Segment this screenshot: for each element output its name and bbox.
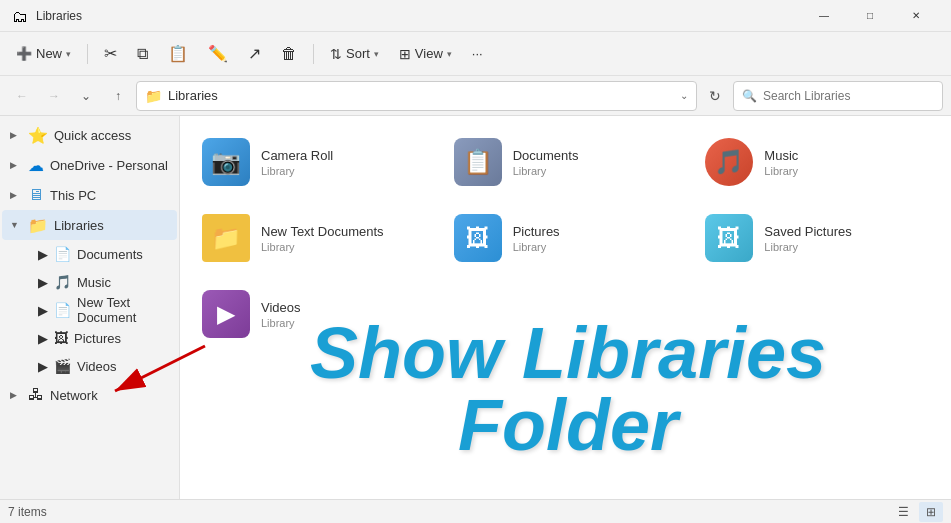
new-chevron: ▾ [66, 49, 71, 59]
new-text-expand-icon: ▶ [38, 303, 48, 318]
sidebar-item-videos[interactable]: ▶ 🎬 Videos [2, 352, 177, 380]
music-info: Music Library [764, 148, 798, 177]
address-folder-icon: 📁 [145, 88, 162, 104]
search-input[interactable] [763, 89, 934, 103]
new-text-icon: 📄 [54, 302, 71, 318]
sidebar-item-label: Libraries [54, 218, 104, 233]
network-icon: 🖧 [28, 386, 44, 404]
window-icon: 🗂 [12, 8, 28, 24]
music-icon-container: 🎵 [704, 137, 754, 187]
file-item-documents[interactable]: 📋 Documents Library [444, 128, 688, 196]
sidebar-item-label: Documents [77, 247, 143, 262]
sidebar-item-documents[interactable]: ▶ 📄 Documents [2, 240, 177, 268]
documents-expand-icon: ▶ [38, 247, 48, 262]
libraries-icon: 📁 [28, 216, 48, 235]
toolbar: ➕ New ▾ ✂ ⧉ 📋 ✏️ ↗ 🗑 ⇅ Sort ▾ ⊞ View ▾ ·… [0, 32, 951, 76]
maximize-button[interactable]: □ [847, 0, 893, 32]
forward-button[interactable]: → [40, 82, 68, 110]
saved-pictures-icon-container: 🖼 [704, 213, 754, 263]
camera-roll-info: Camera Roll Library [261, 148, 333, 177]
recent-locations-button[interactable]: ⌄ [72, 82, 100, 110]
sidebar-item-pictures[interactable]: ▶ 🖼 Pictures [2, 324, 177, 352]
item-count: 7 items [8, 505, 47, 519]
window-title: Libraries [36, 9, 82, 23]
copy-button[interactable]: ⧉ [129, 38, 156, 70]
minimize-button[interactable]: — [801, 0, 847, 32]
sort-button[interactable]: ⇅ Sort ▾ [322, 38, 387, 70]
network-expand-icon: ▶ [10, 390, 22, 400]
file-item-music[interactable]: 🎵 Music Library [695, 128, 939, 196]
search-icon: 🔍 [742, 89, 757, 103]
onedrive-expand-icon: ▶ [10, 160, 22, 170]
file-item-new-text-docs[interactable]: 📁 New Text Documents Library [192, 204, 436, 272]
cut-button[interactable]: ✂ [96, 38, 125, 70]
documents-file-icon: 📋 [454, 138, 502, 186]
camera-roll-icon-container: 📷 [201, 137, 251, 187]
documents-info: Documents Library [513, 148, 579, 177]
this-pc-icon: 🖥 [28, 186, 44, 204]
share-button[interactable]: ↗ [240, 38, 269, 70]
videos-info: Videos Library [261, 300, 301, 329]
delete-button[interactable]: 🗑 [273, 38, 305, 70]
sidebar-item-music[interactable]: ▶ 🎵 Music [2, 268, 177, 296]
pictures-expand-icon: ▶ [38, 331, 48, 346]
new-text-docs-icon-container: 📁 [201, 213, 251, 263]
view-chevron: ▾ [447, 49, 452, 59]
sidebar-item-this-pc[interactable]: ▶ 🖥 This PC [2, 180, 177, 210]
videos-icon-container: ▶ [201, 289, 251, 339]
search-box[interactable]: 🔍 [733, 81, 943, 111]
camera-roll-name: Camera Roll [261, 148, 333, 163]
share-icon: ↗ [248, 44, 261, 63]
documents-icon: 📄 [54, 246, 71, 262]
new-button[interactable]: ➕ New ▾ [8, 38, 79, 70]
this-pc-expand-icon: ▶ [10, 190, 22, 200]
more-button[interactable]: ··· [464, 38, 491, 70]
music-expand-icon: ▶ [38, 275, 48, 290]
sidebar-item-onedrive[interactable]: ▶ ☁ OneDrive - Personal [2, 150, 177, 180]
view-button[interactable]: ⊞ View ▾ [391, 38, 460, 70]
sidebar-item-label: OneDrive - Personal [50, 158, 168, 173]
view-icon: ⊞ [399, 46, 411, 62]
sidebar-item-network[interactable]: ▶ 🖧 Network [2, 380, 177, 410]
paste-button[interactable]: 📋 [160, 38, 196, 70]
music-name: Music [764, 148, 798, 163]
documents-icon-container: 📋 [453, 137, 503, 187]
pictures-info: Pictures Library [513, 224, 560, 253]
sidebar-item-label: Network [50, 388, 98, 403]
file-item-saved-pictures[interactable]: 🖼 Saved Pictures Library [695, 204, 939, 272]
new-text-docs-name: New Text Documents [261, 224, 384, 239]
list-view-button[interactable]: ☰ [891, 502, 915, 522]
file-item-pictures[interactable]: 🖼 Pictures Library [444, 204, 688, 272]
file-item-camera-roll[interactable]: 📷 Camera Roll Library [192, 128, 436, 196]
view-toggles: ☰ ⊞ [891, 502, 943, 522]
sidebar-item-libraries[interactable]: ▼ 📁 Libraries [2, 210, 177, 240]
address-bar[interactable]: 📁 Libraries ⌄ [136, 81, 697, 111]
sidebar-item-new-text[interactable]: ▶ 📄 New Text Document [2, 296, 177, 324]
sidebar-item-label: Quick access [54, 128, 131, 143]
new-icon: ➕ [16, 46, 32, 61]
delete-icon: 🗑 [281, 45, 297, 63]
rename-button[interactable]: ✏️ [200, 38, 236, 70]
more-icon: ··· [472, 46, 483, 61]
new-text-docs-info: New Text Documents Library [261, 224, 384, 253]
file-item-videos[interactable]: ▶ Videos Library [192, 280, 436, 348]
cut-icon: ✂ [104, 44, 117, 63]
libraries-expand-icon: ▼ [10, 220, 22, 230]
camera-roll-icon: 📷 [202, 138, 250, 186]
videos-type: Library [261, 317, 301, 329]
quick-access-icon: ⭐ [28, 126, 48, 145]
music-type: Library [764, 165, 798, 177]
music-icon: 🎵 [54, 274, 71, 290]
separator-1 [87, 44, 88, 64]
saved-pictures-name: Saved Pictures [764, 224, 851, 239]
title-bar: 🗂 Libraries — □ ✕ [0, 0, 951, 32]
up-button[interactable]: ↑ [104, 82, 132, 110]
back-button[interactable]: ← [8, 82, 36, 110]
close-button[interactable]: ✕ [893, 0, 939, 32]
sidebar-item-quick-access[interactable]: ▶ ⭐ Quick access [2, 120, 177, 150]
grid-view-button[interactable]: ⊞ [919, 502, 943, 522]
sidebar-item-label: New Text Document [77, 295, 169, 325]
saved-pictures-file-icon: 🖼 [705, 214, 753, 262]
pictures-type: Library [513, 241, 560, 253]
refresh-button[interactable]: ↻ [701, 82, 729, 110]
